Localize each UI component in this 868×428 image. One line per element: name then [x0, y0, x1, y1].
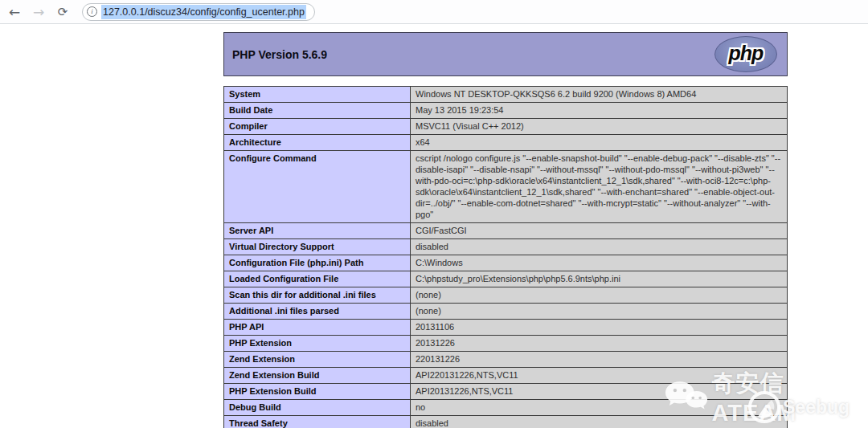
back-button[interactable]: ←	[5, 2, 24, 22]
table-row: System Windows NT DESKTOP-QKKSQS6 6.2 bu…	[224, 87, 788, 103]
row-value: (none)	[411, 287, 788, 304]
phpinfo-table: System Windows NT DESKTOP-QKKSQS6 6.2 bu…	[223, 86, 788, 428]
phpinfo-header: PHP Version 5.6.9 php	[223, 32, 788, 76]
row-value: C:\Windows	[411, 255, 788, 271]
php-logo-text: php	[729, 42, 764, 67]
row-label: Loaded Configuration File	[224, 271, 411, 287]
table-row: Loaded Configuration File C:\phpstudy_pr…	[224, 271, 788, 287]
row-label: System	[224, 87, 411, 103]
site-info-icon[interactable]: i	[87, 6, 97, 17]
table-row: PHP API 20131106	[224, 320, 788, 336]
row-value: (none)	[411, 304, 788, 320]
row-value: cscript /nologo configure.js "--enable-s…	[411, 151, 788, 223]
row-label: Configuration File (php.ini) Path	[224, 255, 411, 271]
row-value: API220131226,NTS,VC11	[411, 368, 788, 384]
row-value: C:\phpstudy_pro\Extensions\php\php5.6.9n…	[411, 271, 788, 287]
row-label: Build Date	[224, 103, 411, 119]
watermark-subbrand: Seebug	[783, 397, 850, 418]
row-label: Scan this dir for additional .ini files	[224, 287, 411, 304]
page-title: PHP Version 5.6.9	[232, 48, 327, 61]
row-value: no	[411, 400, 788, 416]
phpinfo-table-body: System Windows NT DESKTOP-QKKSQS6 6.2 bu…	[224, 87, 788, 428]
row-value: disabled	[411, 416, 788, 428]
row-label: PHP API	[224, 320, 411, 336]
row-value: disabled	[411, 239, 788, 255]
forward-button[interactable]: →	[29, 2, 48, 22]
row-label: PHP Extension	[224, 336, 411, 352]
table-row: Server API CGI/FastCGI	[224, 223, 788, 239]
row-value: 220131226	[411, 352, 788, 368]
table-row: Zend Extension 220131226	[224, 352, 788, 368]
table-row: Debug Build no	[224, 400, 788, 416]
table-row: PHP Extension 20131226	[224, 336, 788, 352]
table-row: Zend Extension Build API220131226,NTS,VC…	[224, 368, 788, 384]
row-label: Debug Build	[224, 400, 411, 416]
phpinfo-page: PHP Version 5.6.9 php System Windows NT …	[223, 32, 788, 428]
table-row: Thread Safety disabled	[224, 416, 788, 428]
table-row: PHP Extension Build API20131226,NTS,VC11	[224, 384, 788, 400]
row-label: Zend Extension Build	[224, 368, 411, 384]
row-label: Thread Safety	[224, 416, 411, 428]
url-text[interactable]: 127.0.0.1/discuz34/config/config_ucenter…	[101, 5, 306, 19]
row-label: Configure Command	[224, 151, 411, 223]
row-label: Additional .ini files parsed	[224, 304, 411, 320]
table-row: Architecture x64	[224, 135, 788, 151]
table-row: Compiler MSVC11 (Visual C++ 2012)	[224, 119, 788, 135]
php-logo: php	[714, 36, 777, 72]
row-label: Compiler	[224, 119, 411, 135]
browser-toolbar: ← → ⟳ i 127.0.0.1/discuz34/config/config…	[0, 0, 868, 24]
row-value: CGI/FastCGI	[411, 223, 788, 239]
row-label: Architecture	[224, 135, 411, 151]
table-row: Configure Command cscript /nologo config…	[224, 151, 788, 223]
table-row: Configuration File (php.ini) Path C:\Win…	[224, 255, 788, 271]
row-value: x64	[411, 135, 788, 151]
row-label: Zend Extension	[224, 352, 411, 368]
row-value: Windows NT DESKTOP-QKKSQS6 6.2 build 920…	[411, 87, 788, 103]
row-value: 20131226	[411, 336, 788, 352]
row-value: May 13 2015 19:23:54	[411, 103, 788, 119]
table-row: Virtual Directory Support disabled	[224, 239, 788, 255]
address-bar[interactable]: i 127.0.0.1/discuz34/config/config_ucent…	[82, 3, 315, 21]
row-value: 20131106	[411, 320, 788, 336]
row-value: API20131226,NTS,VC11	[411, 384, 788, 400]
refresh-button[interactable]: ⟳	[53, 2, 72, 22]
row-label: Server API	[224, 223, 411, 239]
row-label: PHP Extension Build	[224, 384, 411, 400]
table-row: Scan this dir for additional .ini files …	[224, 287, 788, 304]
row-value: MSVC11 (Visual C++ 2012)	[411, 119, 788, 135]
table-row: Build Date May 13 2015 19:23:54	[224, 103, 788, 119]
row-label: Virtual Directory Support	[224, 239, 411, 255]
table-row: Additional .ini files parsed (none)	[224, 304, 788, 320]
